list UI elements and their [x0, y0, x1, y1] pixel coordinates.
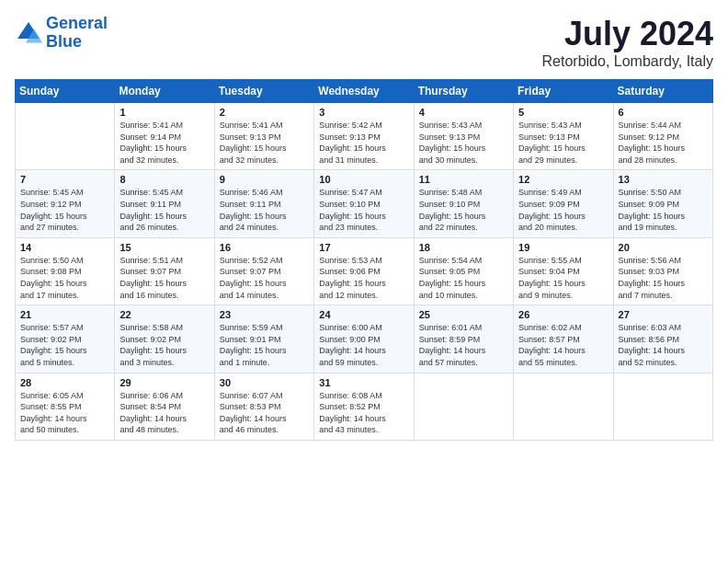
header-saturday: Saturday [613, 80, 712, 103]
day-number: 31 [319, 377, 408, 388]
calendar-cell: 7Sunrise: 5:45 AM Sunset: 9:12 PM Daylig… [16, 170, 115, 237]
calendar-cell: 2Sunrise: 5:41 AM Sunset: 9:13 PM Daylig… [214, 103, 313, 170]
month-year: July 2024 [542, 15, 713, 53]
calendar-cell: 8Sunrise: 5:45 AM Sunset: 9:11 PM Daylig… [115, 170, 214, 237]
calendar-cell [16, 103, 115, 170]
calendar-week-1: 1Sunrise: 5:41 AM Sunset: 9:14 PM Daylig… [16, 103, 713, 170]
cell-content: Sunrise: 5:41 AM Sunset: 9:14 PM Dayligh… [119, 120, 209, 166]
calendar-cell: 9Sunrise: 5:46 AM Sunset: 9:11 PM Daylig… [214, 170, 313, 237]
calendar-cell: 17Sunrise: 5:53 AM Sunset: 9:06 PM Dayli… [314, 237, 414, 304]
day-number: 11 [419, 174, 508, 185]
header: General Blue July 2024 Retorbido, Lombar… [15, 15, 713, 70]
day-number: 17 [319, 242, 408, 253]
calendar-cell: 1Sunrise: 5:41 AM Sunset: 9:14 PM Daylig… [115, 103, 214, 170]
cell-content: Sunrise: 6:00 AM Sunset: 9:00 PM Dayligh… [319, 322, 408, 368]
day-number: 20 [619, 242, 708, 253]
cell-content: Sunrise: 5:55 AM Sunset: 9:04 PM Dayligh… [518, 255, 608, 301]
calendar-week-2: 7Sunrise: 5:45 AM Sunset: 9:12 PM Daylig… [16, 170, 713, 237]
calendar-cell: 16Sunrise: 5:52 AM Sunset: 9:07 PM Dayli… [214, 237, 313, 304]
calendar-cell: 6Sunrise: 5:44 AM Sunset: 9:12 PM Daylig… [613, 103, 712, 170]
calendar-cell: 10Sunrise: 5:47 AM Sunset: 9:10 PM Dayli… [314, 170, 414, 237]
cell-content: Sunrise: 5:43 AM Sunset: 9:13 PM Dayligh… [419, 120, 508, 166]
day-number: 6 [619, 107, 708, 118]
cell-content: Sunrise: 5:45 AM Sunset: 9:11 PM Dayligh… [119, 187, 209, 233]
day-number: 26 [518, 309, 608, 320]
logo-line1: General [46, 14, 108, 32]
logo-line2: Blue [46, 32, 82, 51]
title-area: July 2024 Retorbido, Lombardy, Italy [542, 15, 713, 70]
calendar-cell: 22Sunrise: 5:58 AM Sunset: 9:02 PM Dayli… [115, 305, 214, 373]
cell-content: Sunrise: 5:49 AM Sunset: 9:09 PM Dayligh… [518, 187, 608, 233]
day-number: 9 [220, 174, 309, 185]
day-number: 30 [220, 377, 309, 388]
cell-content: Sunrise: 5:44 AM Sunset: 9:12 PM Dayligh… [619, 120, 708, 166]
location: Retorbido, Lombardy, Italy [542, 53, 713, 70]
calendar-cell: 20Sunrise: 5:56 AM Sunset: 9:03 PM Dayli… [613, 237, 712, 304]
cell-content: Sunrise: 5:58 AM Sunset: 9:02 PM Dayligh… [119, 322, 209, 368]
calendar-cell [414, 373, 513, 440]
logo-icon [15, 19, 42, 47]
calendar-week-5: 28Sunrise: 6:05 AM Sunset: 8:55 PM Dayli… [16, 373, 713, 440]
calendar-cell: 24Sunrise: 6:00 AM Sunset: 9:00 PM Dayli… [314, 305, 414, 373]
day-number: 27 [619, 309, 708, 320]
cell-content: Sunrise: 6:06 AM Sunset: 8:54 PM Dayligh… [119, 390, 209, 436]
cell-content: Sunrise: 6:03 AM Sunset: 8:56 PM Dayligh… [619, 322, 708, 368]
calendar-cell: 30Sunrise: 6:07 AM Sunset: 8:53 PM Dayli… [214, 373, 313, 440]
day-number: 21 [20, 309, 109, 320]
calendar-week-4: 21Sunrise: 5:57 AM Sunset: 9:02 PM Dayli… [16, 305, 713, 373]
calendar-week-3: 14Sunrise: 5:50 AM Sunset: 9:08 PM Dayli… [16, 237, 713, 304]
cell-content: Sunrise: 5:51 AM Sunset: 9:07 PM Dayligh… [119, 255, 209, 301]
calendar-cell: 15Sunrise: 5:51 AM Sunset: 9:07 PM Dayli… [115, 237, 214, 304]
calendar: Sunday Monday Tuesday Wednesday Thursday… [15, 79, 713, 441]
header-sunday: Sunday [16, 80, 115, 103]
day-number: 15 [119, 242, 209, 253]
cell-content: Sunrise: 6:08 AM Sunset: 8:52 PM Dayligh… [319, 390, 408, 436]
calendar-cell: 13Sunrise: 5:50 AM Sunset: 9:09 PM Dayli… [613, 170, 712, 237]
logo: General Blue [15, 15, 108, 52]
day-number: 2 [220, 107, 309, 118]
calendar-cell: 31Sunrise: 6:08 AM Sunset: 8:52 PM Dayli… [314, 373, 414, 440]
day-number: 8 [119, 174, 209, 185]
calendar-cell: 18Sunrise: 5:54 AM Sunset: 9:05 PM Dayli… [414, 237, 513, 304]
cell-content: Sunrise: 5:54 AM Sunset: 9:05 PM Dayligh… [419, 255, 508, 301]
day-number: 13 [619, 174, 708, 185]
calendar-cell: 19Sunrise: 5:55 AM Sunset: 9:04 PM Dayli… [514, 237, 613, 304]
header-thursday: Thursday [414, 80, 513, 103]
cell-content: Sunrise: 5:56 AM Sunset: 9:03 PM Dayligh… [619, 255, 708, 301]
cell-content: Sunrise: 5:45 AM Sunset: 9:12 PM Dayligh… [20, 187, 109, 233]
calendar-cell: 4Sunrise: 5:43 AM Sunset: 9:13 PM Daylig… [414, 103, 513, 170]
cell-content: Sunrise: 5:48 AM Sunset: 9:10 PM Dayligh… [419, 187, 508, 233]
header-tuesday: Tuesday [214, 80, 313, 103]
calendar-cell: 5Sunrise: 5:43 AM Sunset: 9:13 PM Daylig… [514, 103, 613, 170]
cell-content: Sunrise: 6:02 AM Sunset: 8:57 PM Dayligh… [518, 322, 608, 368]
day-number: 28 [20, 377, 109, 388]
cell-content: Sunrise: 5:52 AM Sunset: 9:07 PM Dayligh… [220, 255, 309, 301]
cell-content: Sunrise: 5:53 AM Sunset: 9:06 PM Dayligh… [319, 255, 408, 301]
header-wednesday: Wednesday [314, 80, 414, 103]
header-friday: Friday [514, 80, 613, 103]
day-number: 22 [119, 309, 209, 320]
day-number: 12 [518, 174, 608, 185]
cell-content: Sunrise: 6:05 AM Sunset: 8:55 PM Dayligh… [20, 390, 109, 436]
day-number: 23 [220, 309, 309, 320]
cell-content: Sunrise: 5:47 AM Sunset: 9:10 PM Dayligh… [319, 187, 408, 233]
logo-text: General Blue [46, 15, 108, 52]
calendar-cell [514, 373, 613, 440]
calendar-cell: 11Sunrise: 5:48 AM Sunset: 9:10 PM Dayli… [414, 170, 513, 237]
day-number: 7 [20, 174, 109, 185]
cell-content: Sunrise: 5:50 AM Sunset: 9:08 PM Dayligh… [20, 255, 109, 301]
cell-content: Sunrise: 5:42 AM Sunset: 9:13 PM Dayligh… [319, 120, 408, 166]
day-number: 10 [319, 174, 408, 185]
day-number: 24 [319, 309, 408, 320]
day-number: 3 [319, 107, 408, 118]
day-number: 29 [119, 377, 209, 388]
calendar-cell [613, 373, 712, 440]
calendar-cell: 28Sunrise: 6:05 AM Sunset: 8:55 PM Dayli… [16, 373, 115, 440]
cell-content: Sunrise: 5:50 AM Sunset: 9:09 PM Dayligh… [619, 187, 708, 233]
cell-content: Sunrise: 6:01 AM Sunset: 8:59 PM Dayligh… [419, 322, 508, 368]
calendar-cell: 27Sunrise: 6:03 AM Sunset: 8:56 PM Dayli… [613, 305, 712, 373]
cell-content: Sunrise: 5:43 AM Sunset: 9:13 PM Dayligh… [518, 120, 608, 166]
cell-content: Sunrise: 5:41 AM Sunset: 9:13 PM Dayligh… [220, 120, 309, 166]
cell-content: Sunrise: 5:57 AM Sunset: 9:02 PM Dayligh… [20, 322, 109, 368]
cell-content: Sunrise: 5:46 AM Sunset: 9:11 PM Dayligh… [220, 187, 309, 233]
